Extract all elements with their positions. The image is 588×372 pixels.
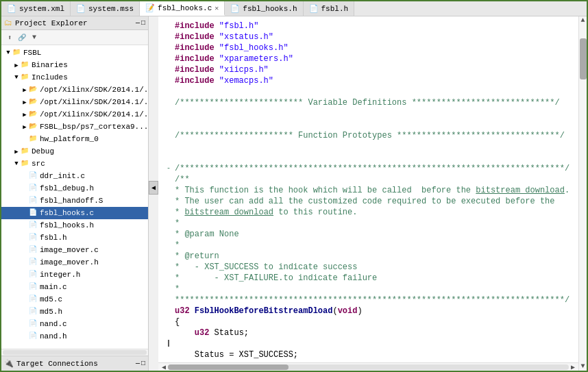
tree-item-nand-h[interactable]: 📄 nand.h — [1, 330, 148, 343]
collapse-all-btn[interactable]: ⬆ — [4, 32, 15, 43]
h-icon-fsbl-hooks-h: 📄 — [29, 221, 38, 230]
tab-close-fsbl-hooks-c[interactable]: ✕ — [215, 4, 219, 12]
tree-label-image-mover-c: image_mover.c — [40, 246, 99, 254]
code-line-1: #include "fsbl.h" — [164, 21, 573, 32]
tree-item-fsbl-hooks-h[interactable]: 📄 fsbl_hooks.h — [1, 219, 148, 232]
folder-icon-src: 📁 — [21, 159, 30, 169]
tree-item-bsp[interactable]: ▶ 📂 FSBL_bsp/ps7_cortexa9... — [1, 121, 148, 133]
code-line-14: - /*************************************… — [164, 163, 573, 174]
tree-label-debug: Debug — [32, 147, 54, 156]
tree-item-integer-h[interactable]: 📄 integer.h — [1, 269, 148, 281]
target-minimize-icon[interactable]: — — [136, 360, 140, 367]
tree-item-nand-c[interactable]: 📄 nand.c — [1, 318, 148, 330]
tree-label-inc2: /opt/Xilinx/SDK/2014.1/... — [40, 98, 148, 106]
vscroll-thumb[interactable] — [580, 38, 587, 79]
code-line-9 — [164, 108, 573, 119]
tab-fsbl-hooks-c[interactable]: 📝 fsbl_hooks.c ✕ — [140, 1, 225, 16]
tree-scrollbar[interactable] — [1, 349, 148, 356]
h-icon-fsbl-h: 📄 — [29, 233, 38, 243]
h-file-icon-2: 📄 — [309, 4, 319, 14]
tree-label-main-c: main.c — [40, 283, 67, 291]
tree-item-image-mover-h[interactable]: 📄 image_mover.h — [1, 256, 148, 269]
tree-item-main-c[interactable]: 📄 main.c — [1, 281, 148, 293]
vscroll-track[interactable] — [579, 25, 587, 362]
c-icon-nand: 📄 — [29, 319, 38, 329]
code-line-6: #include "xemacps.h" — [164, 75, 573, 86]
explorer-toolbar: ⬆ 🔗 ▼ — [1, 30, 148, 45]
scrollbar-track-h[interactable] — [168, 364, 569, 370]
tab-label-fsbl-hooks-h: fsbl_hooks.h — [243, 5, 297, 13]
tab-system-mss[interactable]: 📄 system.mss — [71, 1, 140, 16]
code-line-26: ****************************************… — [164, 295, 573, 306]
code-line-22: * @return — [164, 251, 573, 262]
scrollbar-thumb-h[interactable] — [168, 364, 289, 370]
explorer-title: Project Explorer — [15, 19, 136, 27]
tab-fsbl-h[interactable]: 📄 fsbl.h — [304, 1, 355, 16]
scroll-up-btn[interactable]: ▲ — [579, 16, 587, 25]
code-line-20: * @param None — [164, 229, 573, 240]
code-line-30: | — [164, 338, 573, 349]
code-line-19: * — [164, 218, 573, 229]
folder-icon-binaries: 📁 — [21, 60, 30, 70]
scroll-left-btn[interactable]: ◀ — [160, 363, 168, 371]
tree-item-md5-h[interactable]: 📄 md5.h — [1, 306, 148, 318]
collapse-sidebar-btn[interactable]: ◀ — [149, 181, 158, 195]
hw-folder-icon: 📁 — [29, 134, 38, 144]
code-line-10 — [164, 119, 573, 130]
inc-folder-icon-3: 📂 — [29, 110, 38, 119]
tree-item-md5-c[interactable]: 📄 md5.c — [1, 293, 148, 306]
minimize-icon[interactable]: — — [136, 19, 140, 27]
tree-label-fsbl-handoff: fsbl_handoff.S — [40, 197, 103, 205]
code-editor[interactable]: #include "fsbl.h" #include "xstatus.h" #… — [158, 16, 578, 362]
arrow-fsbl: ▼ — [4, 49, 12, 56]
arrow-inc3: ▶ — [21, 111, 29, 119]
filter-btn[interactable]: ▼ — [29, 32, 40, 43]
code-line-12 — [164, 141, 573, 152]
code-line-8: /************************* Variable Defi… — [164, 97, 573, 108]
scroll-down-btn[interactable]: ▼ — [579, 362, 587, 371]
h-icon-nand: 📄 — [29, 332, 38, 341]
editor-scrollbar-h[interactable]: ◀ ▶ — [158, 362, 578, 371]
maximize-icon[interactable]: □ — [141, 19, 145, 27]
tree-label-fsbl-hooks-c-item: fsbl_hooks.c — [40, 209, 94, 217]
tab-label-system-xml: system.xml — [19, 5, 64, 13]
tree-label-md5-h: md5.h — [40, 308, 62, 316]
target-connections-title: Target Connections — [16, 360, 98, 368]
code-content: #include "fsbl.h" #include "xstatus.h" #… — [158, 19, 578, 362]
code-line-31: Status = XST_SUCCESS; — [164, 349, 573, 360]
tree-label-bsp: FSBL_bsp/ps7_cortexa9... — [40, 123, 148, 131]
scroll-right-btn[interactable]: ▶ — [569, 363, 577, 371]
tree-item-fsbl-debug[interactable]: 📄 fsbl_debug.h — [1, 182, 148, 195]
tab-fsbl-hooks-h[interactable]: 📄 fsbl_hooks.h — [225, 1, 303, 16]
tree-scrollbar-track — [3, 350, 147, 355]
tree-item-fsbl-handoff[interactable]: 📄 fsbl_handoff.S — [1, 195, 148, 207]
tree-item-image-mover-c[interactable]: 📄 image_mover.c — [1, 244, 148, 256]
tree-item-inc1[interactable]: ▶ 📂 /opt/Xilinx/SDK/2014.1/... — [1, 84, 148, 96]
tree-label-image-mover-h: image_mover.h — [40, 258, 99, 266]
tree-item-debug[interactable]: ▶ 📁 Debug — [1, 145, 148, 158]
tree-item-ddr-init[interactable]: 📄 ddr_init.c — [1, 170, 148, 182]
project-tree[interactable]: ▼ 📁 FSBL ▶ 📁 Binaries ▼ 📁 Includes — [1, 45, 148, 349]
tree-item-fsbl-hooks-c[interactable]: 📄 fsbl_hooks.c — [1, 207, 148, 219]
tree-item-includes[interactable]: ▼ 📁 Includes — [1, 71, 148, 84]
editor-vscroll[interactable]: ▲ ▼ — [578, 16, 587, 371]
tree-label-nand-c: nand.c — [40, 320, 67, 328]
tree-item-inc3[interactable]: ▶ 📂 /opt/Xilinx/SDK/2014.1/... — [1, 108, 148, 121]
tree-item-fsbl[interactable]: ▼ 📁 FSBL — [1, 47, 148, 59]
tree-item-src[interactable]: ▼ 📁 src — [1, 158, 148, 170]
tree-label-inc3: /opt/Xilinx/SDK/2014.1/... — [40, 110, 148, 119]
link-with-editor-btn[interactable]: 🔗 — [16, 32, 27, 43]
tabs-bar: 📄 system.xml 📄 system.mss 📝 fsbl_hooks.c… — [1, 1, 587, 16]
main-container: 📄 system.xml 📄 system.mss 📝 fsbl_hooks.c… — [0, 0, 588, 372]
target-maximize-icon[interactable]: □ — [141, 360, 145, 367]
tab-system-xml[interactable]: 📄 system.xml — [1, 1, 71, 16]
code-line-4: #include "xparameters.h" — [164, 53, 573, 64]
arrow-debug: ▶ — [12, 148, 21, 156]
tree-item-inc2[interactable]: ▶ 📂 /opt/Xilinx/SDK/2014.1/... — [1, 96, 148, 108]
tree-item-hw-platform[interactable]: 📁 hw_platform_0 — [1, 133, 148, 145]
tree-label-fsbl-hooks-h-item: fsbl_hooks.h — [40, 221, 94, 230]
tree-item-binaries[interactable]: ▶ 📁 Binaries — [1, 59, 148, 71]
xml-icon: 📄 — [7, 4, 16, 14]
tree-item-fsbl-h[interactable]: 📄 fsbl.h — [1, 232, 148, 244]
tab-label-fsbl-hooks-c: fsbl_hooks.c — [158, 4, 212, 12]
